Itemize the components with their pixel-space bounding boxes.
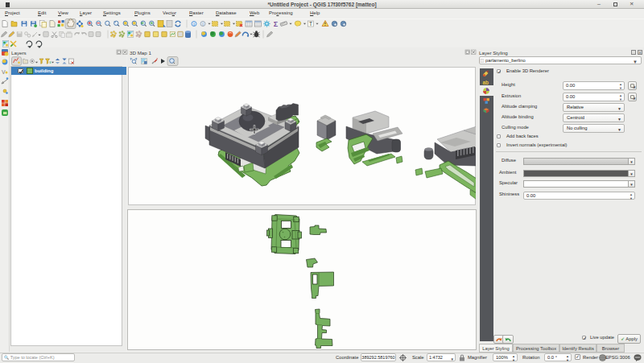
svg-text:ab: ab — [483, 80, 489, 85]
